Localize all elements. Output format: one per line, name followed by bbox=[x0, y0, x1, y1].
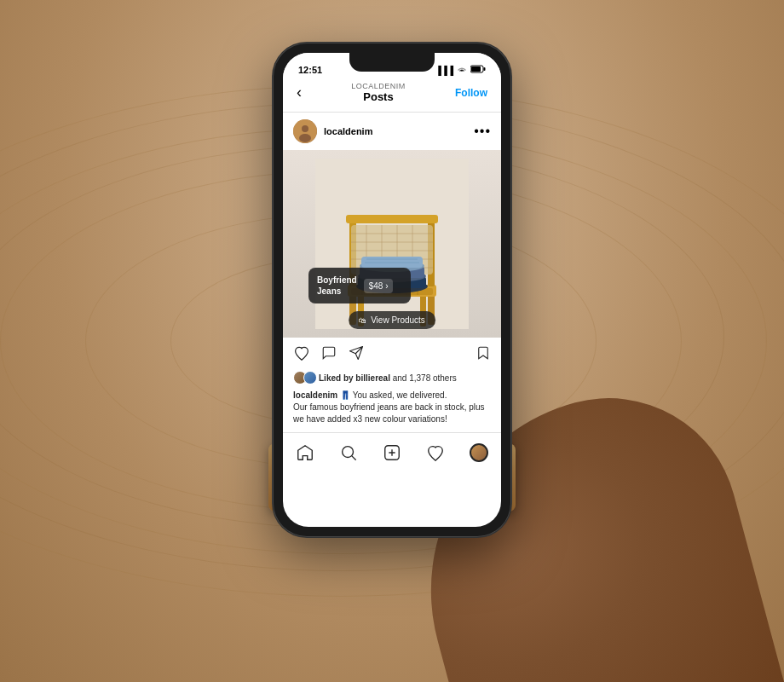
chair-svg bbox=[315, 159, 469, 329]
post-caption: localdenim 👖 You asked, we delivered.Our… bbox=[283, 388, 501, 432]
bookmark-button[interactable] bbox=[476, 344, 491, 366]
svg-rect-2 bbox=[471, 66, 481, 72]
account-label: LOCALDENIM bbox=[351, 82, 406, 90]
post-user: localdenim bbox=[293, 119, 372, 143]
status-icons: ▐▐▐ bbox=[435, 65, 486, 75]
likes-row: Liked by billiereal and 1,378 others bbox=[283, 369, 501, 388]
follow-button[interactable]: Follow bbox=[455, 87, 487, 99]
status-time: 12:51 bbox=[298, 65, 322, 75]
post-username[interactable]: localdenim bbox=[324, 126, 372, 136]
comment-button[interactable] bbox=[320, 345, 337, 365]
post-actions bbox=[283, 338, 501, 369]
nav-profile-button[interactable] bbox=[466, 440, 492, 465]
phone-container: 12:51 ▐▐▐ ‹ LOCALDENIM Pos bbox=[273, 43, 511, 537]
status-bar: 12:51 ▐▐▐ bbox=[283, 53, 501, 80]
svg-rect-1 bbox=[484, 67, 486, 71]
post-image: Boyfriend Jeans $48 › 🛍 View Products bbox=[283, 150, 501, 338]
caption-hashtag: 👖 bbox=[340, 390, 350, 400]
caption-username: localdenim bbox=[293, 390, 337, 400]
view-products-label: View Products bbox=[371, 315, 425, 325]
phone-screen: 12:51 ▐▐▐ ‹ LOCALDENIM Pos bbox=[283, 53, 501, 527]
user-avatar bbox=[293, 119, 317, 143]
action-icons-left bbox=[293, 345, 365, 365]
share-button[interactable] bbox=[348, 345, 365, 365]
product-price: $48 › bbox=[364, 279, 394, 293]
likes-avatars bbox=[293, 371, 314, 384]
bottom-nav bbox=[283, 432, 501, 469]
svg-point-4 bbox=[302, 125, 308, 132]
chair-illustration bbox=[283, 150, 501, 338]
svg-rect-37 bbox=[361, 257, 423, 268]
post-more-button[interactable]: ••• bbox=[474, 124, 491, 139]
post-header: localdenim ••• bbox=[283, 113, 501, 150]
svg-point-5 bbox=[299, 134, 311, 142]
nav-heart-button[interactable] bbox=[423, 440, 448, 465]
battery-icon bbox=[470, 65, 486, 75]
ig-header-top: ‹ LOCALDENIM Posts Follow bbox=[297, 82, 487, 103]
ig-account-name: LOCALDENIM Posts bbox=[351, 82, 406, 103]
nav-profile-avatar bbox=[470, 443, 488, 462]
bag-icon: 🛍 bbox=[359, 316, 366, 325]
likes-text: Liked by billiereal and 1,378 others bbox=[319, 373, 457, 383]
svg-point-40 bbox=[342, 447, 353, 458]
nav-home-button[interactable] bbox=[292, 440, 318, 465]
wifi-icon bbox=[457, 65, 467, 75]
signal-icon: ▐▐▐ bbox=[435, 66, 453, 75]
like-button[interactable] bbox=[293, 345, 310, 365]
ig-header: ‹ LOCALDENIM Posts Follow bbox=[283, 80, 501, 113]
nav-add-button[interactable] bbox=[379, 440, 405, 465]
phone: 12:51 ▐▐▐ ‹ LOCALDENIM Pos bbox=[273, 43, 511, 537]
product-name: Boyfriend Jeans bbox=[317, 275, 357, 297]
svg-rect-21 bbox=[346, 215, 438, 223]
back-button[interactable]: ‹ bbox=[297, 84, 302, 101]
product-tag[interactable]: Boyfriend Jeans $48 › bbox=[308, 268, 411, 303]
view-products-button[interactable]: 🛍 View Products bbox=[349, 311, 435, 329]
page-title: Posts bbox=[351, 90, 406, 103]
likes-avatar-2 bbox=[303, 371, 317, 384]
nav-search-button[interactable] bbox=[336, 440, 361, 465]
